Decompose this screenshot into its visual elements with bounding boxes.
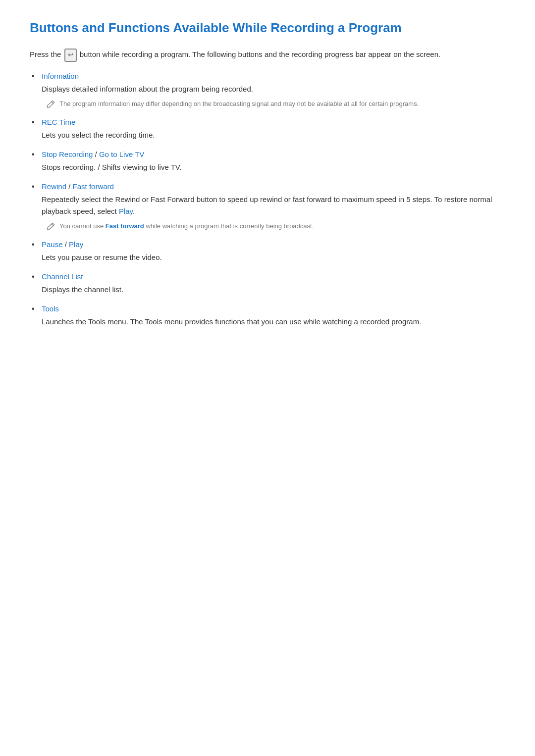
item-label-rewind: Rewind	[42, 182, 66, 191]
fast-forward-bold: Fast forward	[106, 222, 144, 230]
item-label-information: Information	[42, 72, 79, 80]
list-item-stop-recording: Stop Recording / Go to Live TV Stops rec…	[30, 150, 505, 173]
intro-text: Press the button while recording a progr…	[30, 49, 505, 62]
note-rewind: You cannot use Fast forward while watchi…	[42, 221, 505, 231]
note-text-rewind: You cannot use Fast forward while watchi…	[59, 221, 314, 231]
item-desc-pause-play: Lets you pause or resume the video.	[42, 252, 505, 263]
item-desc-information: Displays detailed information about the …	[42, 83, 505, 95]
page-title: Buttons and Functions Available While Re…	[30, 20, 505, 37]
item-label-fast-forward: Fast forward	[73, 182, 114, 191]
item-label-stop-recording: Stop Recording	[42, 150, 93, 158]
list-item-information: Information Displays detailed informatio…	[30, 72, 505, 109]
list-item-rec-time: REC Time Lets you select the recording t…	[30, 118, 505, 141]
item-title-tools: Tools	[42, 304, 505, 313]
item-label-pause: Pause	[42, 240, 63, 249]
item-desc-rec-time: Lets you select the recording time.	[42, 129, 505, 141]
item-title-rec-time: REC Time	[42, 118, 505, 126]
pencil-icon	[47, 100, 55, 108]
item-desc-rewind: Repeatedly select the Rewind or Fast For…	[42, 194, 505, 217]
separator-stop: /	[95, 150, 99, 158]
list-item-channel-list: Channel List Displays the channel list.	[30, 272, 505, 296]
item-label-go-to-live-tv: Go to Live TV	[99, 150, 144, 158]
list-item-rewind: Rewind / Fast forward Repeatedly select …	[30, 182, 505, 231]
feature-list: Information Displays detailed informatio…	[30, 72, 505, 328]
item-desc-stop-recording: Stops recording. / Shifts viewing to liv…	[42, 161, 505, 173]
item-title-stop-recording: Stop Recording / Go to Live TV	[42, 150, 505, 158]
item-title-channel-list: Channel List	[42, 272, 505, 281]
play-link-rewind: Play	[119, 207, 133, 215]
item-title-rewind: Rewind / Fast forward	[42, 182, 505, 191]
item-desc-tools: Launches the Tools menu. The Tools menu …	[42, 316, 505, 328]
item-title-information: Information	[42, 72, 505, 80]
list-item-tools: Tools Launches the Tools menu. The Tools…	[30, 304, 505, 328]
item-label-channel-list: Channel List	[42, 272, 83, 281]
item-title-pause-play: Pause / Play	[42, 240, 505, 249]
info-button-icon	[64, 49, 77, 62]
note-information: The program information may differ depen…	[42, 99, 505, 109]
item-label-play: Play	[69, 240, 83, 249]
item-label-rec-time: REC Time	[42, 118, 75, 126]
separator-pause: /	[65, 240, 69, 249]
item-desc-channel-list: Displays the channel list.	[42, 284, 505, 296]
pencil-icon-rewind	[47, 222, 55, 231]
item-label-tools: Tools	[42, 304, 59, 313]
list-item-pause-play: Pause / Play Lets you pause or resume th…	[30, 240, 505, 263]
note-text-information: The program information may differ depen…	[59, 99, 419, 109]
separator-rewind: /	[68, 182, 72, 191]
